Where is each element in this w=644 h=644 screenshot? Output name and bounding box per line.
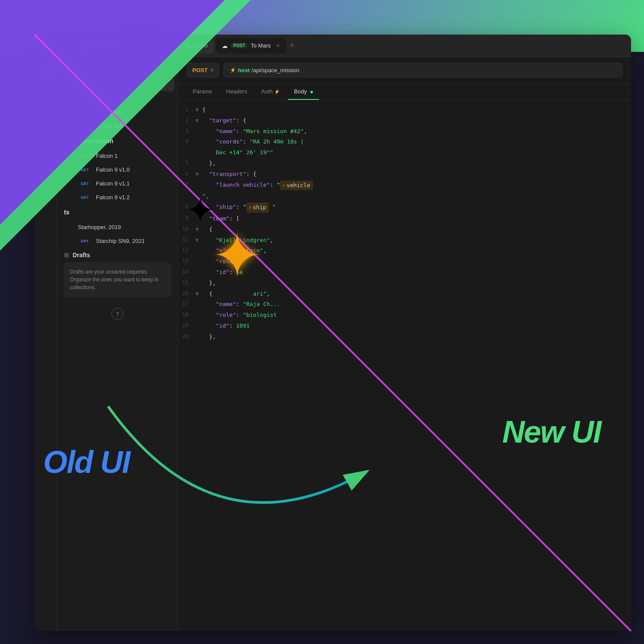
method-badge-get: GET [78,194,92,201]
code-line-14: 14 "id": 1e [178,267,631,278]
request-name: To Mars [97,81,117,88]
maximize-button[interactable] [61,43,67,49]
request-to-sun[interactable]: GET To the Sun [61,119,174,133]
auth-label: Auth [261,88,273,95]
request-falcon9-10[interactable]: GET Falcon 9 v1.0 [61,163,174,176]
request-tabs: Params Headers Auth ⚡ Body [178,84,631,100]
code-line-5: 5 }, [178,158,631,169]
drafts-grid-icon: ⊞ [64,252,69,258]
request-panel: POST ⇕ ⚡ host /api/space_mission Params … [178,57,631,631]
code-line-20: 20 }, [178,332,631,342]
code-line-1: 1 ▼ { [178,105,631,115]
new-tab-button[interactable]: + [290,41,294,50]
request-name: To Venus [97,95,121,102]
help-button[interactable]: ? [112,308,124,320]
request-name: To Saturn [97,109,121,115]
collection-tests-label: ts [64,209,69,216]
request-falcon9-12[interactable]: GET Falcon 9 v1.2 [61,191,174,204]
code-line-8: 8 "ship": "⚡ ship " [178,202,631,214]
method-badge-post: POST [78,109,93,115]
method-badge-get: GET [78,167,92,173]
app-window: 🚀 SpaceX + ☁ POST To Saturn ☁ POST To Ma… [35,35,631,631]
request-name: Falcon 9 v1.2 [96,194,130,201]
new-ui-label: New UI [502,414,601,450]
tabs-area: ☁ POST To Saturn ☁ POST To Mars ✕ + [149,38,624,54]
tab-name: To Saturn [184,42,208,49]
code-line-7: 7 "launch vehicle": "⚡ vehicle [178,180,631,191]
close-button[interactable] [41,43,48,49]
feathers-icon: 🪶 [41,67,51,77]
tab-method-label: POST [164,43,180,48]
url-bar: POST ⇕ ⚡ host /api/space_mission [178,57,631,84]
collection-construction[interactable]: 🔧 Construction [57,133,178,149]
request-starhopper[interactable]: Starhopper, 2019 [61,220,174,234]
request-to-venus[interactable]: POST To Venus [61,92,174,105]
code-line-16: 16 ▼ { ari", [178,289,631,300]
request-falcon9-11[interactable]: GET Falcon 9 v1.1 [61,177,174,190]
grid-icon: ⊞ [42,89,49,99]
url-host: host [238,67,249,73]
tab-auth[interactable]: Auth ⚡ [255,84,286,100]
url-path: /api/space_mission [252,67,300,73]
request-name: Falcon 1 [96,153,118,159]
code-line-6: 6 ▼ "transport": { [178,169,631,180]
cloud-icon: ☁ [222,42,228,49]
title-bar: 🚀 SpaceX + ☁ POST To Saturn ☁ POST To Ma… [35,35,631,57]
code-line-13: 13 "role3 [178,256,631,267]
request-name: Starhopper, 2019 [78,224,121,230]
grid-icon-button[interactable]: ⊞ [38,86,54,102]
request-name: To the Sun [96,123,123,129]
method-badge-post: POST [78,82,93,88]
headers-label: Headers [226,88,247,95]
method-badge-get: GET [78,153,92,159]
tab-saturn[interactable]: ☁ POST To Saturn [149,38,214,54]
main-content: 🪶 ⊞ ☁ Missions POST To Mars POST To Venu… [35,57,631,631]
tab-params[interactable]: Params [187,84,218,100]
code-line-17: 17 "name": "Raja Ch... [178,299,631,310]
new-collection-button[interactable]: + [130,41,135,51]
tab-close-button[interactable]: ✕ [276,43,280,49]
logo-icon-button[interactable]: 🪶 [38,64,54,80]
tab-mars[interactable]: ☁ POST To Mars ✕ [216,38,286,54]
app-logo: 🚀 [80,40,92,52]
params-label: Params [193,88,212,95]
url-input[interactable]: ⚡ host /api/space_mission [223,63,622,77]
collection-construction-label: Construction [76,137,113,144]
tab-name: To Mars [251,42,271,49]
collection-tests[interactable]: ts [57,204,178,220]
code-editor[interactable]: 1 ▼ { 2 ▼ "target": { 3 "name": "Mars mi [178,100,631,631]
code-line-4: 4 "coords": "RA 2h 49m 18s | [178,137,631,147]
body-label: Body [294,88,307,95]
drafts-description: Drafts are your unsaved requests. Organi… [64,262,171,297]
cloud-icon: ☁ [155,42,161,49]
request-to-mars[interactable]: POST To Mars [61,78,174,91]
collection-missions[interactable]: ☁ Missions [57,61,178,77]
request-name: Falcon 9 v1.1 [96,180,130,187]
code-line-15: 15 }, [178,278,631,289]
icon-bar: 🪶 ⊞ [35,57,57,631]
code-line-11: 11 ▼ "Kjell Lindgren", [178,235,631,246]
auth-flash-icon: ⚡ [274,89,280,94]
tab-headers[interactable]: Headers [220,84,253,100]
traffic-lights [41,43,67,49]
tab-body[interactable]: Body [288,84,319,100]
method-selector[interactable]: POST ⇕ [187,63,219,77]
sidebar: ☁ Missions POST To Mars POST To Venus PO… [57,57,178,631]
method-label: POST [192,67,207,73]
old-ui-label: Old UI [43,444,130,480]
sidebar-bottom: ? [57,301,178,327]
wrench-icon: 🔧 [64,137,71,144]
code-line-4b: Dec +14° 26' 19"" [178,147,631,158]
code-line-19: 19 "id": 1091 [178,321,631,332]
flash-icon: ⚡ [230,67,236,73]
request-starchip[interactable]: OPT Starchip SN9, 2021 [61,234,174,248]
request-to-saturn[interactable]: POST To Saturn [61,105,174,119]
minimize-button[interactable] [51,43,57,49]
code-line-18: 18 "role": "biologist [178,310,631,321]
drafts-header[interactable]: ⊞ Drafts [64,252,171,258]
collection-missions-label: Missions [75,66,101,73]
method-badge-get: GET [78,181,92,187]
request-falcon1[interactable]: GET Falcon 1 [61,149,174,163]
method-badge-post: POST [78,96,93,102]
code-line-10: 10 ▼ { [178,224,631,235]
